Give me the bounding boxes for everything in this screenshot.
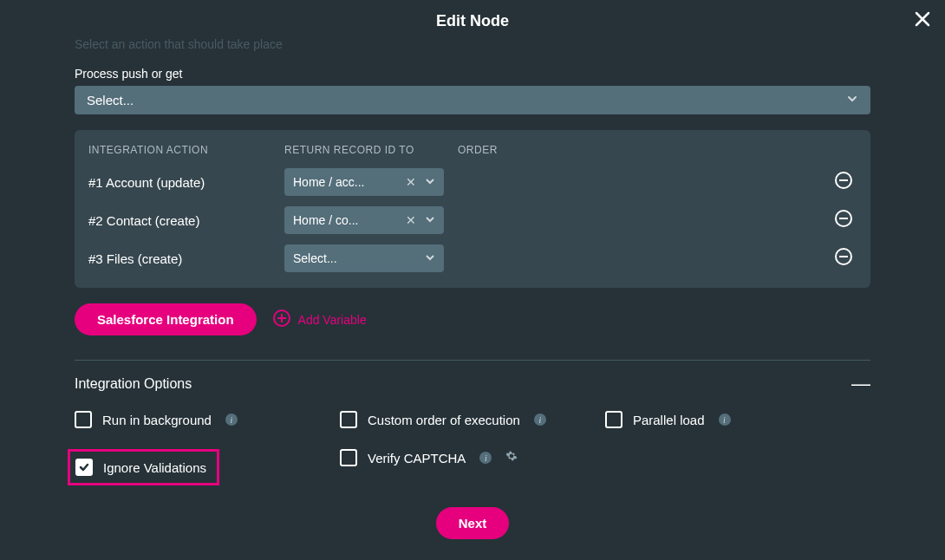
combo-value: Home / co... bbox=[293, 213, 397, 227]
chevron-down-icon bbox=[425, 174, 435, 190]
checkbox-icon bbox=[75, 411, 92, 428]
info-icon[interactable]: i bbox=[719, 413, 731, 426]
checkbox-icon bbox=[340, 449, 357, 466]
parallel-load-checkbox[interactable]: Parallel load i bbox=[605, 411, 731, 428]
option-label: Run in background bbox=[102, 413, 212, 427]
col-header-action: INTEGRATION ACTION bbox=[88, 144, 284, 156]
table-row: #3 Files (create) Select... bbox=[88, 244, 857, 272]
remove-row-icon[interactable] bbox=[834, 171, 853, 193]
remove-row-icon[interactable] bbox=[834, 247, 853, 270]
row-action-label: #2 Contact (create) bbox=[88, 213, 284, 228]
chevron-down-icon bbox=[846, 93, 858, 107]
col-header-order: ORDER bbox=[458, 144, 857, 156]
integration-options-title: Integration Options bbox=[75, 376, 192, 392]
table-row: #2 Contact (create) Home / co... ✕ bbox=[88, 206, 857, 234]
row-action-label: #3 Files (create) bbox=[88, 251, 284, 266]
clear-icon[interactable]: ✕ bbox=[402, 175, 420, 189]
close-icon[interactable] bbox=[914, 10, 931, 31]
info-icon[interactable]: i bbox=[479, 452, 492, 464]
col-header-return: RETURN RECORD ID TO bbox=[284, 144, 458, 156]
combo-value: Select... bbox=[293, 251, 420, 265]
option-label: Ignore Validations bbox=[103, 460, 206, 475]
option-label: Verify CAPTCHA bbox=[368, 451, 466, 466]
process-label: Process push or get bbox=[75, 67, 870, 81]
checkbox-icon bbox=[75, 459, 93, 476]
chevron-down-icon bbox=[425, 212, 435, 228]
return-select-2[interactable]: Home / co... ✕ bbox=[284, 206, 444, 234]
checkbox-icon bbox=[340, 411, 357, 428]
page-title: Edit Node bbox=[0, 12, 945, 30]
chevron-down-icon bbox=[425, 251, 435, 266]
remove-row-icon[interactable] bbox=[834, 209, 853, 231]
combo-value: Home / acc... bbox=[293, 175, 397, 189]
verify-captcha-checkbox[interactable]: Verify CAPTCHA i bbox=[340, 449, 518, 466]
process-select[interactable]: Select... bbox=[75, 86, 870, 114]
next-button[interactable]: Next bbox=[436, 507, 510, 539]
run-in-background-checkbox[interactable]: Run in background i bbox=[75, 411, 238, 428]
info-icon[interactable]: i bbox=[225, 413, 238, 426]
return-select-1[interactable]: Home / acc... ✕ bbox=[284, 168, 444, 196]
ignore-validations-checkbox[interactable]: Ignore Validations bbox=[75, 459, 206, 476]
custom-order-checkbox[interactable]: Custom order of execution i bbox=[340, 411, 546, 428]
option-label: Parallel load bbox=[633, 413, 705, 427]
return-select-3[interactable]: Select... bbox=[284, 244, 444, 272]
gear-icon[interactable] bbox=[505, 450, 518, 466]
process-select-value: Select... bbox=[87, 93, 134, 107]
info-icon[interactable]: i bbox=[534, 413, 546, 426]
salesforce-integration-button[interactable]: Salesforce Integration bbox=[75, 303, 257, 335]
ignore-validations-highlight: Ignore Validations bbox=[68, 449, 219, 485]
table-row: #1 Account (update) Home / acc... ✕ bbox=[88, 168, 857, 196]
collapse-icon[interactable]: — bbox=[851, 373, 870, 395]
clear-icon[interactable]: ✕ bbox=[402, 213, 420, 227]
add-variable-label: Add Variable bbox=[298, 313, 367, 327]
integration-table: INTEGRATION ACTION RETURN RECORD ID TO O… bbox=[75, 130, 870, 288]
checkbox-icon bbox=[605, 411, 622, 428]
subtitle-text: Select an action that should take place bbox=[0, 37, 945, 67]
plus-circle-icon bbox=[272, 309, 291, 330]
option-label: Custom order of execution bbox=[368, 413, 520, 427]
add-variable-button[interactable]: Add Variable bbox=[272, 309, 367, 330]
row-action-label: #1 Account (update) bbox=[88, 175, 284, 190]
